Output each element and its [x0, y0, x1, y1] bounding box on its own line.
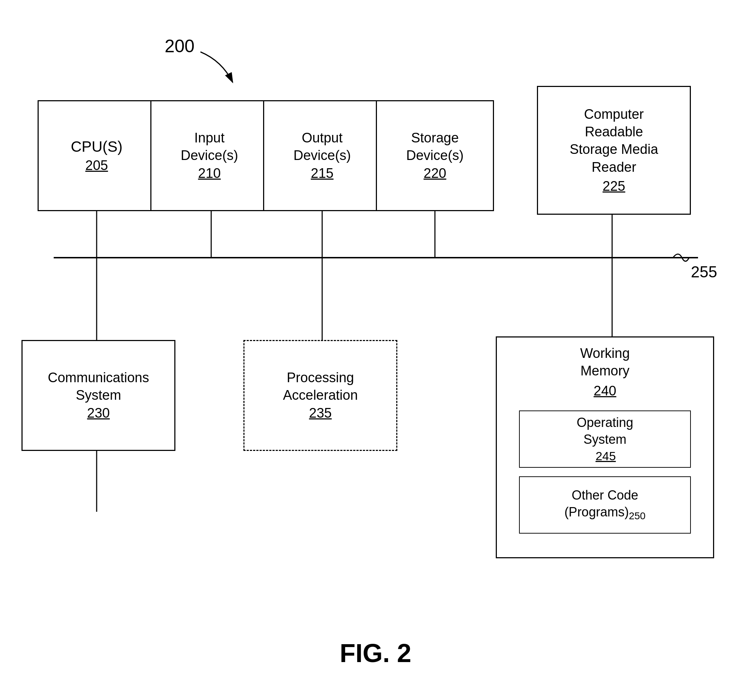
- crsm-ref: 225: [603, 178, 625, 195]
- os-ref: 245: [596, 448, 616, 464]
- storage-ref: 220: [423, 165, 446, 182]
- output-box: OutputDevice(s) 215: [263, 100, 381, 211]
- fig-label: FIG. 2: [340, 638, 411, 668]
- proc-box: ProcessingAcceleration 235: [243, 340, 397, 451]
- crsm-box: ComputerReadableStorage MediaReader 225: [537, 86, 691, 215]
- cpu-label: CPU(S): [71, 137, 123, 157]
- wm-label: WorkingMemory: [580, 345, 630, 380]
- input-box: InputDevice(s) 210: [150, 100, 269, 211]
- comm-box: CommunicationsSystem 230: [22, 340, 175, 451]
- crsm-label: ComputerReadableStorage MediaReader: [570, 105, 658, 176]
- proc-label: ProcessingAcceleration: [283, 369, 358, 404]
- proc-ref: 235: [309, 404, 331, 422]
- os-label: OperatingSystem: [577, 414, 633, 448]
- wm-box: WorkingMemory 240 OperatingSystem 245 Ot…: [496, 337, 714, 558]
- storage-box: StorageDevice(s) 220: [376, 100, 494, 211]
- comm-label: CommunicationsSystem: [48, 369, 149, 404]
- os-box: OperatingSystem 245: [519, 411, 691, 468]
- other-label: Other Code(Programs)250: [564, 487, 646, 522]
- diagram-container: 200 CPU: [0, 0, 751, 700]
- comm-ref: 230: [87, 404, 110, 422]
- storage-label: StorageDevice(s): [406, 129, 464, 165]
- output-ref: 215: [311, 165, 333, 182]
- input-ref: 210: [198, 165, 221, 182]
- input-label: InputDevice(s): [181, 129, 238, 165]
- output-label: OutputDevice(s): [294, 129, 351, 165]
- cpu-box: CPU(S) 205: [37, 100, 156, 211]
- wm-ref: 240: [593, 382, 616, 400]
- cpu-ref: 205: [85, 157, 108, 174]
- bus-label: 255: [691, 263, 717, 281]
- other-box: Other Code(Programs)250: [519, 476, 691, 533]
- other-ref: 250: [629, 510, 646, 521]
